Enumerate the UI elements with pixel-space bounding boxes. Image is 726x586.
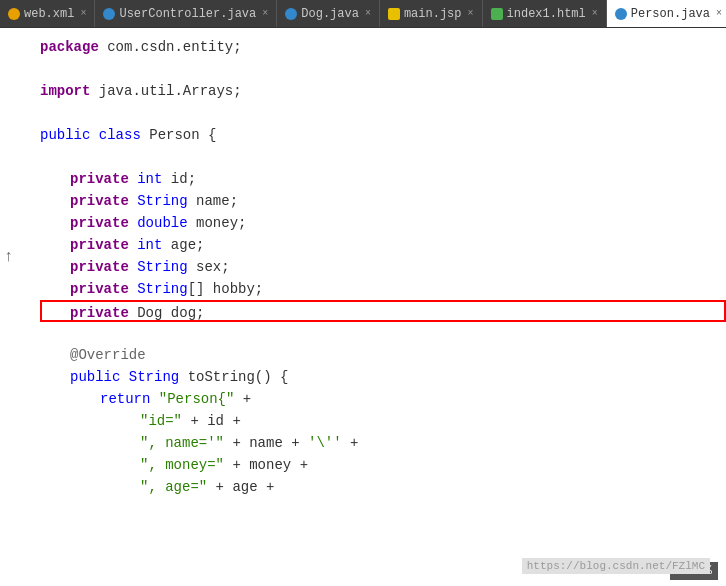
str-id: "id=" [140, 410, 182, 432]
code-line-16: public String toString() { [0, 366, 726, 388]
type-int-2: int [137, 234, 171, 256]
code-line-17: return "Person{" + [0, 388, 726, 410]
tab-label-main-jsp: main.jsp [404, 7, 462, 21]
code-line-18: "id=" + id + [0, 410, 726, 432]
tab-icon-web-xml [8, 8, 20, 20]
code-line-13-highlighted: private Dog dog; [40, 300, 726, 322]
tab-close-usercontroller[interactable]: × [262, 8, 268, 19]
tab-close-dog[interactable]: × [365, 8, 371, 19]
plus-1: + [234, 388, 251, 410]
field-hobby: [] hobby; [188, 278, 264, 300]
str-name: ", name='" [140, 432, 224, 454]
annotation-override: @Override [70, 344, 146, 366]
field-age: age; [171, 234, 205, 256]
code-line-4 [0, 102, 726, 124]
kw-private-2: private [70, 190, 137, 212]
code-line-1: package com.csdn.entity; [0, 36, 726, 58]
kw-class: class [99, 124, 149, 146]
field-dog: dog; [171, 302, 205, 324]
field-name: name; [196, 190, 238, 212]
tab-close-person-java[interactable]: × [716, 8, 722, 19]
tab-icon-index1-html [491, 8, 503, 20]
str-money: ", money=" [140, 454, 224, 476]
kw-import: import [40, 80, 99, 102]
concat-age: + age + [207, 476, 274, 498]
tab-label-person-java: Person.java [631, 7, 710, 21]
field-id: id; [171, 168, 196, 190]
tab-label-web-xml: web.xml [24, 7, 74, 21]
str-age: ", age=" [140, 476, 207, 498]
field-money: money; [196, 212, 246, 234]
type-string-3: String [129, 366, 188, 388]
code-line-9: private double money; [0, 212, 726, 234]
kw-package: package [40, 36, 107, 58]
str-person-open: "Person{" [159, 388, 235, 410]
type-dog: Dog [137, 302, 171, 324]
tab-main-jsp[interactable]: main.jsp × [380, 0, 483, 28]
code-line-20: ", money=" + money + [0, 454, 726, 476]
code-line-15: @Override [0, 344, 726, 366]
type-string-arr: String [137, 278, 187, 300]
kw-private-6: private [70, 278, 137, 300]
field-sex: sex; [196, 256, 230, 278]
code-line-2 [0, 58, 726, 80]
tab-person-java[interactable]: Person.java × [607, 0, 726, 28]
concat-name: + name + [224, 432, 308, 454]
plus-2: + [342, 432, 359, 454]
concat-id: + id + [182, 410, 241, 432]
kw-private-5: private [70, 256, 137, 278]
method-tostring: toString() { [188, 366, 289, 388]
editor-area: ↑ package com.csdn.entity; import java.u… [0, 28, 726, 586]
kw-private-1: private [70, 168, 137, 190]
tab-usercontroller[interactable]: UserController.java × [95, 0, 277, 28]
kw-public-2: public [70, 366, 129, 388]
tab-label-usercontroller: UserController.java [119, 7, 256, 21]
code-line-3: import java.util.Arrays; [0, 80, 726, 102]
type-string-2: String [137, 256, 196, 278]
code-line-10: private int age; [0, 234, 726, 256]
tab-close-web-xml[interactable]: × [80, 8, 86, 19]
kw-private-3: private [70, 212, 137, 234]
tab-icon-dog [285, 8, 297, 20]
kw-return: return [100, 388, 159, 410]
kw-public-1: public [40, 124, 99, 146]
tab-icon-main-jsp [388, 8, 400, 20]
tab-label-dog: Dog.java [301, 7, 359, 21]
tab-dog[interactable]: Dog.java × [277, 0, 380, 28]
code-line-12: private String[] hobby; [0, 278, 726, 300]
tab-close-index1-html[interactable]: × [592, 8, 598, 19]
code-line-14 [0, 322, 726, 344]
type-double: double [137, 212, 196, 234]
tab-web-xml[interactable]: web.xml × [0, 0, 95, 28]
type-int-1: int [137, 168, 171, 190]
code-line-11: private String sex; [0, 256, 726, 278]
tab-label-index1-html: index1.html [507, 7, 586, 21]
import-class: java.util.Arrays; [99, 80, 242, 102]
code-line-19: ", name='" + name + '\'' + [0, 432, 726, 454]
tab-icon-person-java [615, 8, 627, 20]
code-line-8: private String name; [0, 190, 726, 212]
code-line-5: public class Person { [0, 124, 726, 146]
concat-money: + money + [224, 454, 308, 476]
class-name: Person { [149, 124, 216, 146]
watermark-url: https://blog.csdn.net/FZlMC [522, 558, 710, 574]
type-string-1: String [137, 190, 196, 212]
package-name: com.csdn.entity; [107, 36, 241, 58]
tab-bar: web.xml × UserController.java × Dog.java… [0, 0, 726, 28]
tab-close-main-jsp[interactable]: × [468, 8, 474, 19]
kw-private-7: private [70, 302, 137, 324]
code-line-7: private int id; [0, 168, 726, 190]
tab-icon-usercontroller [103, 8, 115, 20]
tab-index1-html[interactable]: index1.html × [483, 0, 607, 28]
kw-private-4: private [70, 234, 137, 256]
code-line-6 [0, 146, 726, 168]
str-quote: '\'' [308, 432, 342, 454]
code-line-21: ", age=" + age + [0, 476, 726, 498]
